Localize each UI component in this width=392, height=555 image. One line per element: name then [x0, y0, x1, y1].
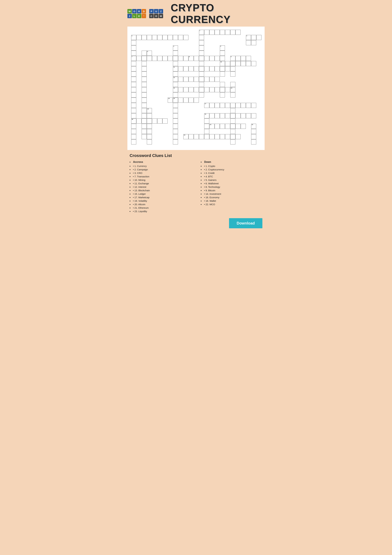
logo-cell-w: W — [127, 9, 132, 14]
clue-down-6: • 6. Wallstreet — [201, 182, 262, 185]
crossword-grid: 1 2 3 4 5 — [131, 30, 261, 147]
clue-across-2: • 2. Campaign — [130, 168, 191, 171]
clue-across-1: • 1. Currency — [130, 165, 191, 167]
clues-title: Crossword Clues List — [130, 153, 262, 158]
crossword-container: 1 2 3 4 5 — [127, 27, 265, 150]
clue-across-10: • 10. Mining — [130, 179, 191, 181]
logo-cell-dot: · — [142, 14, 146, 18]
clue-down-4: • 4. BTC — [201, 175, 262, 178]
logo-cell-r: R — [137, 9, 141, 14]
clue-down-18: • 18. Wallet — [201, 199, 262, 202]
clue-across-12: • 12. Interest — [130, 186, 191, 188]
across-label: Accross — [130, 161, 191, 163]
logo-cell-l: L — [132, 14, 136, 18]
header: W O R D Z L E · P U Z C O M CRYPTO CURRE… — [125, 0, 267, 27]
clue-down-16: • 16. Economy — [201, 196, 262, 199]
clue-down-22: • 22. MCO — [201, 203, 262, 206]
logo-cell-e: E — [137, 14, 141, 18]
clue-across-7: • 7. Transaction — [130, 175, 191, 178]
clue-down-14: • 14. Investment — [201, 193, 262, 195]
clues-columns: Accross • 1. Currency • 2. Campaign • 3.… — [130, 161, 262, 213]
clue-across-20: • 20. Altcoin — [130, 203, 191, 206]
download-button[interactable]: Download — [229, 218, 262, 228]
clues-section: Crossword Clues List Accross • 1. Curren… — [125, 150, 267, 233]
logo-cell-d: D — [142, 9, 146, 14]
clue-down-1: • 1. Crypto — [201, 165, 262, 167]
clue-down-9: • 9. Bitcoin — [201, 189, 262, 192]
clue-across-15: • 15. Ledger — [130, 193, 191, 195]
clue-down-5: • 5. Gainers — [201, 179, 262, 181]
clue-across-21: • 21. Ethereum — [130, 206, 191, 209]
logo2: P U Z C O M — [149, 9, 168, 18]
down-label: Down — [201, 161, 262, 163]
clue-across-13: • 13. Blockchain — [130, 189, 191, 192]
clue-down-3: • 3. Credit — [201, 172, 262, 174]
clue-across-3: • 3. CRO — [130, 172, 191, 174]
clue-across-19: • 19. Volatility — [130, 199, 191, 202]
page-title: CRYPTO CURRENCY — [171, 2, 265, 25]
clue-across-11: • 11. Exchange — [130, 182, 191, 185]
clue-down-2: • 2. Cryptocurrency — [201, 168, 262, 171]
across-column: Accross • 1. Currency • 2. Campaign • 3.… — [130, 161, 191, 213]
logo: W O R D Z L E · — [127, 9, 146, 18]
clue-down-8: • 8. Technology — [201, 186, 262, 188]
logo-cell-o: O — [132, 9, 136, 14]
logo-cell-z: Z — [127, 14, 132, 18]
down-column: Down • 1. Crypto • 2. Cryptocurrency • 3… — [201, 161, 262, 213]
clue-across-17: • 17. Marketcap — [130, 196, 191, 199]
clue-across-23: • 23. Liquidity — [130, 210, 191, 213]
